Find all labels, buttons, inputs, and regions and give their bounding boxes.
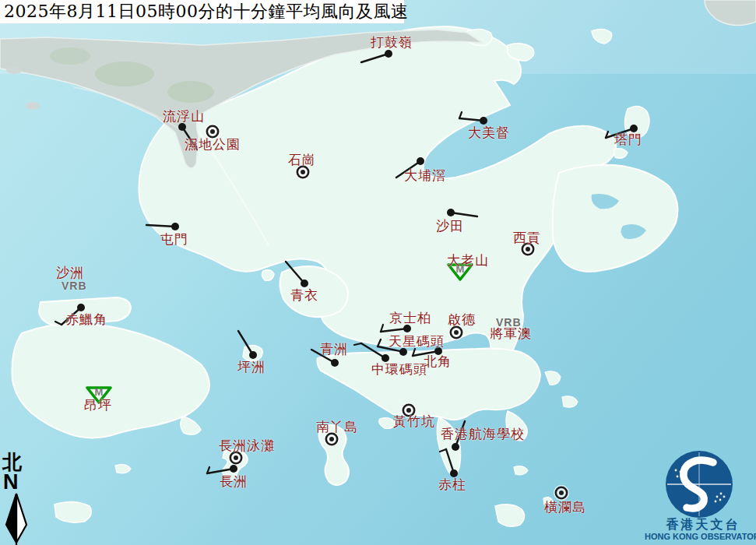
station-barb-marker (238, 331, 257, 359)
stations-layer: MM (0, 0, 756, 545)
station-label: 赤鱲角 (65, 312, 107, 326)
station-label: 石崗 (288, 153, 316, 167)
station-label: 濕地公園 (185, 137, 241, 151)
station-label: 香港航海學校 (441, 427, 525, 441)
station-label: 長洲 (220, 474, 248, 488)
hko-logo-text-cn: 香港天文台 (660, 518, 746, 532)
station-label: 沙田 (436, 219, 464, 233)
station-label: 大埔滘 (404, 168, 446, 182)
map-title: 2025年8月11日05時00分的十分鐘平均風向及風速 (0, 0, 404, 23)
station-label: 長洲泳灘 (219, 438, 275, 452)
station-label: 天星碼頭 (389, 334, 445, 348)
station-label: 大老山 (447, 253, 489, 267)
station-label: 啟德 (448, 312, 476, 326)
station-label: 大美督 (468, 125, 510, 139)
station-barb-marker (447, 209, 477, 216)
station-label: 赤柱 (438, 477, 466, 491)
station-label: 京士柏 (389, 311, 431, 325)
station-label: 屯門 (160, 232, 188, 246)
station-label: 中環碼頭 (371, 362, 427, 376)
station-label: 北角 (424, 354, 452, 368)
station-label: 坪洲 (237, 360, 265, 374)
station-label: 黃竹坑 (393, 414, 435, 428)
wind-map-screenshot: MM 打鼓嶺流浮山濕地公園石崗大埔滘大美督塔門屯門沙田西貢大老山沙洲VRB赤鱲角… (0, 0, 756, 545)
station-label: 流浮山 (163, 109, 205, 123)
station-label: 橫瀾島 (544, 500, 586, 514)
station-vrb-text: VRB (496, 316, 522, 329)
station-barb-marker (440, 449, 458, 477)
hko-logo-text-en: HONG KONG OBSERVATORY (645, 532, 756, 542)
station-label: 青洲 (320, 342, 348, 356)
station-label: 南丫島 (316, 420, 358, 434)
station-label: 西貢 (513, 230, 541, 244)
station-label: 青衣 (290, 288, 318, 302)
hko-logo-icon (659, 447, 744, 528)
north-arrow-icon (0, 491, 33, 545)
title-bar: 2025年8月11日05時00分的十分鐘平均風向及風速 (0, 0, 404, 23)
maintenance-symbol: M (95, 386, 104, 398)
station-barb-marker (381, 325, 411, 332)
station-barb-marker (146, 223, 179, 230)
station-barb-marker (354, 343, 389, 362)
station-calm-marker (554, 485, 569, 501)
station-barb-marker (361, 50, 392, 62)
station-vrb-text: VRB (62, 280, 87, 292)
station-calm-marker (448, 325, 464, 340)
station-barb-marker (207, 465, 237, 473)
station-label: 打鼓嶺 (371, 35, 413, 49)
station-label: 昂坪 (84, 398, 112, 412)
station-barb-marker (459, 112, 487, 125)
station-barb-marker (286, 262, 308, 287)
station-label: 塔門 (614, 132, 642, 146)
station-label: 沙洲 (56, 265, 84, 280)
north-label-en: N (3, 472, 19, 493)
